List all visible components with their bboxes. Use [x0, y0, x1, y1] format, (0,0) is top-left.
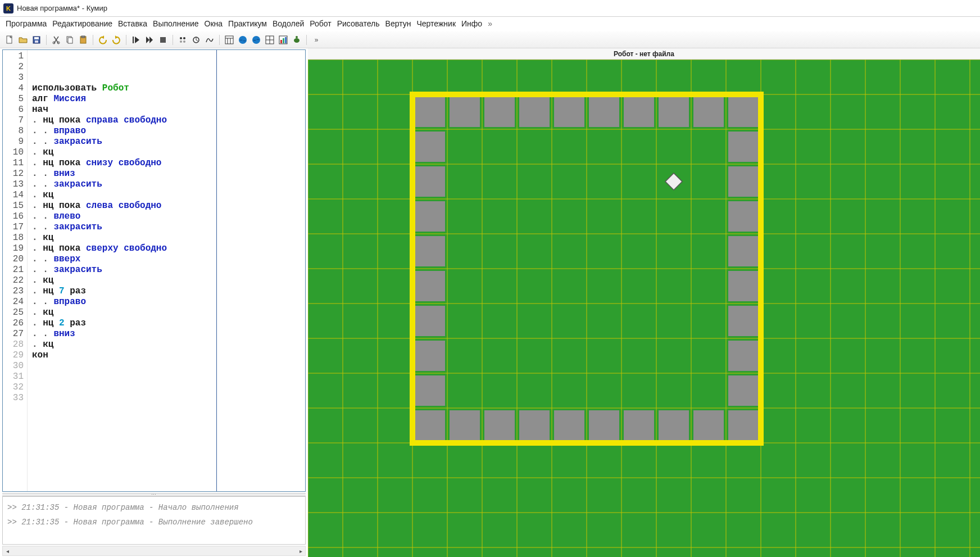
run-icon[interactable]	[130, 34, 142, 46]
menu-водолей[interactable]: Водолей	[273, 19, 304, 28]
actor-blue2-icon[interactable]	[250, 34, 262, 46]
svg-rect-80	[728, 201, 759, 232]
toolbar-separator	[93, 35, 93, 45]
svg-rect-86	[728, 410, 759, 441]
toggle-c-icon[interactable]	[203, 34, 216, 46]
cut-icon[interactable]	[50, 34, 62, 46]
svg-rect-10	[133, 37, 134, 43]
svg-rect-29	[285, 37, 287, 43]
robot-panel-title: Робот - нет файла	[308, 48, 980, 60]
save-file-icon[interactable]	[30, 34, 43, 46]
svg-rect-94	[450, 410, 480, 441]
menu-программа[interactable]: Программа	[6, 19, 47, 28]
menu-overflow[interactable]: »	[488, 19, 492, 28]
svg-rect-69	[450, 97, 480, 127]
svg-point-21	[239, 36, 247, 44]
svg-rect-76	[693, 97, 724, 127]
turtle-icon[interactable]	[291, 34, 303, 46]
menu-робот[interactable]: Робот	[310, 19, 331, 28]
svg-rect-70	[484, 97, 515, 127]
panel-1-icon[interactable]	[223, 34, 235, 46]
svg-rect-90	[589, 410, 619, 441]
robot-field[interactable]	[308, 60, 980, 557]
svg-rect-71	[519, 97, 550, 127]
menu-чертежник[interactable]: Чертежник	[416, 19, 456, 28]
paste-icon[interactable]	[77, 34, 89, 46]
toolbar-separator	[126, 35, 126, 45]
line-gutter: 1234567891011121314151617181920212223242…	[3, 50, 28, 491]
svg-rect-74	[624, 97, 654, 127]
chart-icon[interactable]	[277, 34, 289, 46]
svg-rect-72	[554, 97, 584, 127]
scroll-right-icon[interactable]: ▸	[296, 546, 305, 555]
open-file-icon[interactable]	[17, 34, 29, 46]
menu-практикум[interactable]: Практикум	[228, 19, 267, 28]
toggle-b-icon[interactable]	[190, 34, 202, 46]
menu-вставка[interactable]: Вставка	[118, 19, 147, 28]
editor-margin-line	[216, 50, 217, 491]
toolbar: »	[0, 31, 980, 48]
svg-rect-103	[415, 132, 445, 162]
svg-rect-84	[728, 341, 759, 371]
svg-rect-96	[415, 375, 445, 406]
menu-вертун[interactable]: Вертун	[385, 19, 411, 28]
svg-rect-83	[728, 306, 759, 336]
menu-редактирование[interactable]: Редактирование	[52, 19, 112, 28]
toolbar-separator	[46, 35, 47, 45]
toolbar-separator	[306, 35, 307, 45]
horizontal-scrollbar[interactable]: ◂ ▸	[2, 546, 306, 556]
code-editor[interactable]: 1234567891011121314151617181920212223242…	[2, 49, 306, 492]
svg-rect-100	[415, 236, 445, 266]
svg-rect-95	[415, 410, 445, 441]
svg-rect-93	[484, 410, 515, 441]
svg-rect-79	[728, 166, 759, 197]
svg-point-31	[296, 36, 298, 38]
grid-icon[interactable]	[264, 34, 276, 46]
svg-rect-88	[659, 410, 689, 441]
toggle-a-icon[interactable]	[176, 34, 189, 46]
new-file-icon[interactable]	[3, 34, 16, 46]
copy-icon[interactable]	[63, 34, 76, 46]
svg-rect-28	[283, 38, 284, 43]
svg-point-14	[180, 40, 182, 43]
svg-rect-32	[308, 60, 980, 557]
svg-rect-97	[415, 341, 445, 371]
svg-rect-78	[728, 132, 759, 162]
svg-rect-91	[554, 410, 584, 441]
svg-rect-2	[34, 37, 39, 39]
stop-icon[interactable]	[157, 34, 169, 46]
window-title: Новая программа* - Кумир	[17, 4, 107, 12]
svg-rect-68	[415, 97, 445, 127]
undo-icon[interactable]	[97, 34, 109, 46]
toolbar-separator	[219, 35, 220, 45]
svg-rect-101	[415, 201, 445, 232]
run-step-icon[interactable]	[143, 34, 156, 46]
titlebar: K Новая программа* - Кумир	[0, 0, 980, 17]
svg-rect-99	[415, 271, 445, 301]
redo-icon[interactable]	[110, 34, 122, 46]
menu-рисователь[interactable]: Рисователь	[337, 19, 380, 28]
scroll-left-icon[interactable]: ◂	[3, 546, 12, 555]
svg-rect-82	[728, 271, 759, 301]
svg-rect-81	[728, 236, 759, 266]
menu-инфо[interactable]: Инфо	[461, 19, 482, 28]
menu-окна[interactable]: Окна	[205, 19, 223, 28]
menu-выполнение[interactable]: Выполнение	[153, 19, 198, 28]
svg-rect-7	[68, 38, 72, 43]
svg-rect-87	[693, 410, 724, 441]
svg-point-15	[183, 40, 185, 43]
app-icon: K	[3, 3, 13, 13]
svg-rect-11	[160, 37, 166, 43]
output-console[interactable]: >> 21:31:35 - Новая программа - Начало в…	[2, 496, 306, 545]
svg-rect-102	[415, 166, 445, 197]
code-area[interactable]: использовать Роботалг Миссиянач. нц пока…	[28, 50, 305, 491]
svg-rect-3	[35, 40, 38, 43]
toolbar-separator	[173, 35, 173, 45]
svg-rect-98	[415, 306, 445, 336]
svg-rect-85	[728, 375, 759, 406]
svg-rect-17	[225, 36, 233, 44]
svg-rect-77	[728, 97, 759, 127]
actor-blue-icon[interactable]	[237, 34, 249, 46]
menubar: ПрограммаРедактированиеВставкаВыполнение…	[0, 17, 980, 31]
overflow-icon[interactable]: »	[310, 34, 323, 46]
